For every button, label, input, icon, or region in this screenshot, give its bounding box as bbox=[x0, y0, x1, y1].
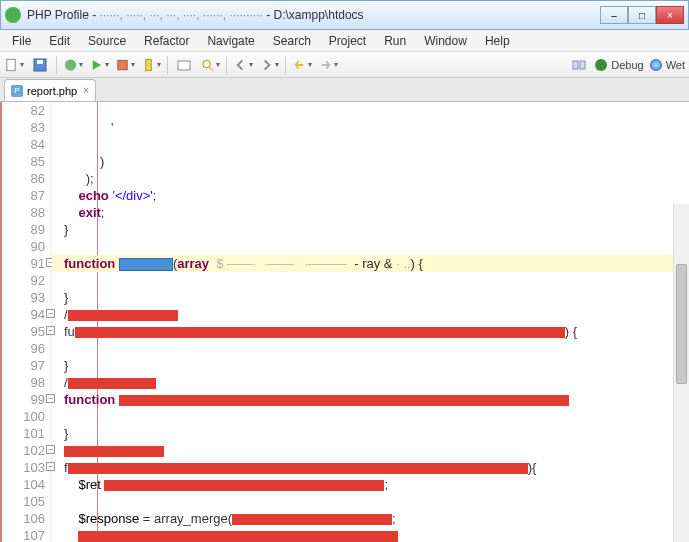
nav-fwd-button[interactable]: ▾ bbox=[318, 55, 338, 75]
code-line[interactable] bbox=[52, 340, 689, 357]
code-line[interactable]: ' bbox=[52, 119, 689, 136]
open-type-button[interactable] bbox=[174, 55, 194, 75]
svg-rect-10 bbox=[573, 61, 578, 69]
app-icon bbox=[5, 7, 21, 23]
menu-file[interactable]: File bbox=[4, 32, 39, 50]
code-line[interactable] bbox=[52, 272, 689, 289]
menu-window[interactable]: Window bbox=[416, 32, 475, 50]
nav-back-button[interactable]: ▾ bbox=[292, 55, 312, 75]
vertical-scrollbar[interactable] bbox=[673, 204, 689, 542]
globe-icon bbox=[650, 59, 662, 71]
web-perspective[interactable]: Wet bbox=[650, 59, 685, 71]
svg-point-3 bbox=[65, 59, 76, 70]
code-area[interactable]: ' ) ); echo '</div>'; exit;}function (ar… bbox=[52, 102, 689, 542]
menu-refactor[interactable]: Refactor bbox=[136, 32, 197, 50]
svg-point-8 bbox=[203, 60, 211, 68]
menu-navigate[interactable]: Navigate bbox=[199, 32, 262, 50]
code-line[interactable] bbox=[52, 442, 689, 459]
menu-source[interactable]: Source bbox=[80, 32, 134, 50]
code-line[interactable] bbox=[52, 408, 689, 425]
tab-close-icon[interactable]: × bbox=[83, 85, 89, 96]
toolbar-separator bbox=[56, 56, 57, 74]
code-line[interactable]: echo '</div>'; bbox=[52, 187, 689, 204]
torch-button[interactable]: ▾ bbox=[141, 55, 161, 75]
code-line[interactable]: } bbox=[52, 289, 689, 306]
svg-marker-4 bbox=[93, 60, 101, 69]
bug-icon bbox=[595, 59, 607, 71]
svg-rect-5 bbox=[118, 60, 127, 69]
code-line[interactable] bbox=[52, 238, 689, 255]
code-line[interactable] bbox=[52, 136, 689, 153]
code-line[interactable]: exit; bbox=[52, 204, 689, 221]
code-line[interactable]: } bbox=[52, 221, 689, 238]
menu-bar: File Edit Source Refactor Navigate Searc… bbox=[0, 30, 689, 52]
code-line[interactable]: $response = array_merge(; bbox=[52, 510, 689, 527]
editor-tabs: P report.php × bbox=[0, 78, 689, 102]
ext-tools-button[interactable]: ▾ bbox=[115, 55, 135, 75]
code-line[interactable]: function (array $ ——· ·—— ·——— - ray & ·… bbox=[52, 255, 689, 272]
toolbar-separator bbox=[226, 56, 227, 74]
code-line[interactable]: function bbox=[52, 391, 689, 408]
tab-report-php[interactable]: P report.php × bbox=[4, 79, 96, 101]
menu-help[interactable]: Help bbox=[477, 32, 518, 50]
save-button[interactable] bbox=[30, 55, 50, 75]
code-line[interactable]: } bbox=[52, 425, 689, 442]
debug-perspective[interactable]: Debug bbox=[595, 59, 643, 71]
code-line[interactable] bbox=[52, 493, 689, 510]
code-line[interactable]: fu) { bbox=[52, 323, 689, 340]
toolbar-separator bbox=[285, 56, 286, 74]
toolbar: ▾ ▾ ▾ ▾ ▾ ▾ ▾ ▾ ▾ ▾ Debug Wet bbox=[0, 52, 689, 78]
window-title: PHP Profile - ······, ·····, ···, ···, ·… bbox=[27, 8, 600, 22]
maximize-button[interactable]: □ bbox=[628, 6, 656, 24]
code-line[interactable]: } bbox=[52, 357, 689, 374]
code-line[interactable]: ); bbox=[52, 170, 689, 187]
perspective-button[interactable] bbox=[569, 55, 589, 75]
code-line[interactable] bbox=[52, 527, 689, 542]
code-line[interactable]: / bbox=[52, 306, 689, 323]
cursor-prev-button[interactable]: ▾ bbox=[233, 55, 253, 75]
new-button[interactable]: ▾ bbox=[4, 55, 24, 75]
code-line[interactable]: / bbox=[52, 374, 689, 391]
menu-search[interactable]: Search bbox=[265, 32, 319, 50]
close-button[interactable]: × bbox=[656, 6, 684, 24]
code-line[interactable]: $ret ; bbox=[52, 476, 689, 493]
menu-edit[interactable]: Edit bbox=[41, 32, 78, 50]
scrollbar-thumb[interactable] bbox=[676, 264, 687, 384]
code-editor[interactable]: 82838485868788899091−929394−95−96979899−… bbox=[0, 102, 689, 542]
code-line[interactable] bbox=[52, 102, 689, 119]
search-button[interactable]: ▾ bbox=[200, 55, 220, 75]
toolbar-separator bbox=[167, 56, 168, 74]
php-file-icon: P bbox=[11, 85, 23, 97]
run-button[interactable]: ▾ bbox=[89, 55, 109, 75]
window-titlebar: PHP Profile - ······, ·····, ···, ···, ·… bbox=[0, 0, 689, 30]
svg-rect-2 bbox=[37, 60, 43, 64]
svg-rect-7 bbox=[178, 61, 190, 70]
svg-line-9 bbox=[209, 66, 213, 70]
minimize-button[interactable]: – bbox=[600, 6, 628, 24]
svg-rect-0 bbox=[7, 59, 15, 70]
debug-run-button[interactable]: ▾ bbox=[63, 55, 83, 75]
tab-label: report.php bbox=[27, 85, 77, 97]
svg-rect-11 bbox=[580, 61, 585, 69]
code-line[interactable]: f){ bbox=[52, 459, 689, 476]
svg-rect-6 bbox=[146, 59, 152, 70]
code-line[interactable]: ) bbox=[52, 153, 689, 170]
line-number-gutter: 82838485868788899091−929394−95−96979899−… bbox=[0, 102, 52, 542]
menu-project[interactable]: Project bbox=[321, 32, 374, 50]
cursor-next-button[interactable]: ▾ bbox=[259, 55, 279, 75]
menu-run[interactable]: Run bbox=[376, 32, 414, 50]
